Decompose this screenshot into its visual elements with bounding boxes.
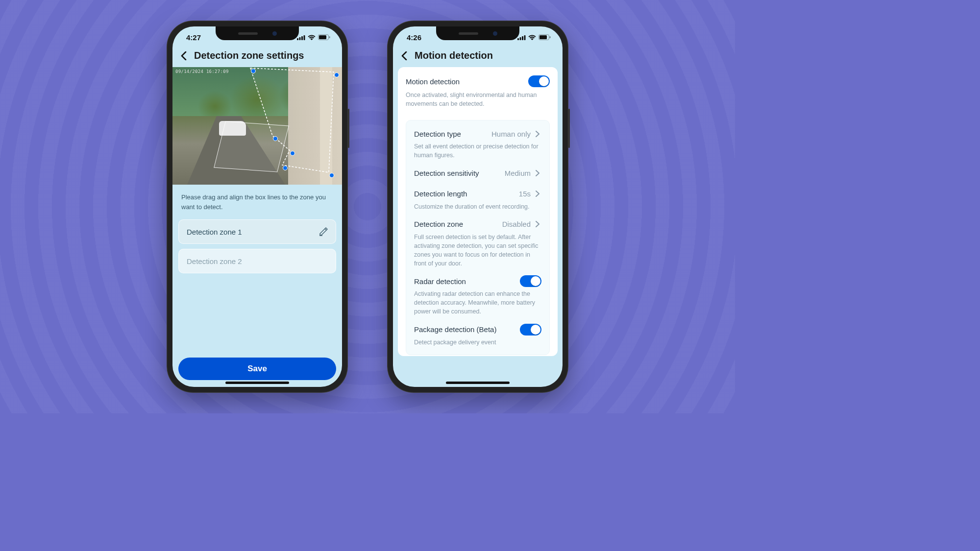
motion-detection-toggle[interactable]	[528, 75, 550, 87]
svg-rect-15	[550, 36, 551, 38]
row-value: 15s	[519, 190, 531, 198]
package-detection-toggle[interactable]	[520, 324, 541, 335]
zone-label: Detection zone 2	[187, 257, 242, 265]
radar-detection-row: Radar detection	[414, 275, 541, 287]
svg-rect-1	[299, 37, 301, 40]
detection-length-row[interactable]: Detection length 15s	[414, 188, 541, 200]
zone-handle[interactable]	[329, 173, 334, 178]
detection-type-row[interactable]: Detection type Human only	[414, 127, 541, 140]
phone-frame-right: 4:26 Motion detection	[387, 21, 568, 393]
chevron-right-icon	[534, 170, 541, 176]
screen-right: 4:26 Motion detection	[393, 26, 563, 387]
zone-handle[interactable]	[251, 69, 256, 73]
package-detection-row: Package detection (Beta)	[414, 323, 541, 336]
save-button[interactable]: Save	[178, 358, 336, 380]
svg-rect-0	[297, 38, 298, 40]
nav-bar: Detection zone settings	[172, 48, 342, 67]
home-indicator[interactable]	[446, 382, 510, 384]
zone-handle[interactable]	[273, 136, 278, 141]
chevron-right-icon	[534, 131, 541, 137]
status-icons	[517, 34, 551, 40]
row-title: Detection zone	[414, 220, 463, 228]
notch	[216, 26, 299, 40]
screen-left: 4:27 Detection zone setti	[172, 26, 342, 387]
save-button-label: Save	[247, 364, 267, 374]
battery-icon	[318, 34, 330, 40]
zone-handle[interactable]	[283, 166, 288, 170]
detection-zone-row[interactable]: Detection zone Disabled	[414, 218, 541, 231]
zone-row-1[interactable]: Detection zone 1	[178, 219, 336, 244]
row-desc: Once activated, slight environmental and…	[406, 89, 550, 115]
row-desc: Full screen detection is set by default.…	[414, 231, 541, 275]
svg-rect-6	[329, 36, 330, 38]
page-title: Detection zone settings	[194, 50, 304, 61]
zone-handle[interactable]	[290, 151, 295, 156]
wifi-icon	[308, 35, 316, 40]
row-title: Detection type	[414, 130, 461, 138]
svg-marker-7	[250, 68, 334, 172]
cellular-signal-icon	[517, 35, 526, 40]
svg-rect-14	[539, 35, 547, 39]
zone-handle[interactable]	[334, 72, 339, 77]
page-title: Motion detection	[415, 50, 493, 61]
battery-icon	[539, 34, 551, 40]
svg-rect-12	[524, 35, 526, 40]
zone-row-2[interactable]: Detection zone 2	[178, 249, 336, 273]
status-time: 4:26	[407, 33, 421, 42]
back-button[interactable]	[399, 50, 410, 61]
settings-scroll[interactable]: Motion detection Once activated, slight …	[393, 67, 563, 387]
row-title: Detection length	[414, 190, 467, 198]
chevron-right-icon	[534, 221, 541, 227]
row-value: Human only	[491, 130, 531, 138]
row-title: Motion detection	[406, 77, 460, 86]
detection-subgroup: Detection type Human only Set all event …	[406, 120, 550, 355]
svg-rect-2	[301, 36, 303, 40]
svg-rect-9	[517, 38, 519, 40]
wifi-icon	[528, 35, 536, 40]
row-desc: Set all event detection or precise detec…	[414, 140, 541, 167]
row-desc: Activating radar detection can enhance t…	[414, 287, 541, 323]
settings-card: Motion detection Once activated, slight …	[398, 67, 558, 356]
svg-rect-10	[520, 37, 521, 40]
preview-timestamp: 09/14/2024 16:27:09	[175, 69, 229, 74]
zone-label: Detection zone 1	[187, 228, 242, 236]
camera-preview[interactable]: 09/14/2024 16:27:09	[172, 67, 342, 185]
zone-list: Detection zone 1 Detection zone 2	[172, 219, 342, 273]
radar-detection-toggle[interactable]	[520, 275, 541, 287]
home-indicator[interactable]	[225, 382, 289, 384]
row-value: Medium	[505, 169, 531, 177]
status-icons	[297, 34, 330, 40]
svg-rect-11	[522, 36, 523, 40]
cellular-signal-icon	[297, 35, 305, 40]
row-desc: Detect package delivery event	[414, 336, 541, 354]
zone-box-dashed[interactable]	[248, 70, 339, 178]
row-desc: Customize the duration of event recordin…	[414, 200, 541, 218]
row-title: Radar detection	[414, 277, 466, 286]
back-button[interactable]	[178, 50, 189, 61]
notch	[436, 26, 519, 40]
row-value: Disabled	[502, 220, 531, 228]
helper-text: Please drag and align the box lines to t…	[172, 185, 342, 219]
row-title: Package detection (Beta)	[414, 325, 496, 334]
chevron-right-icon	[534, 191, 541, 197]
phone-frame-left: 4:27 Detection zone setti	[167, 21, 348, 393]
svg-rect-5	[319, 35, 326, 39]
nav-bar: Motion detection	[393, 48, 563, 67]
status-time: 4:27	[186, 33, 201, 42]
row-title: Detection sensitivity	[414, 169, 479, 177]
motion-detection-row: Motion detection	[406, 74, 550, 89]
detection-sensitivity-row[interactable]: Detection sensitivity Medium	[414, 167, 541, 180]
edit-icon[interactable]	[319, 227, 328, 236]
svg-rect-3	[304, 35, 305, 40]
